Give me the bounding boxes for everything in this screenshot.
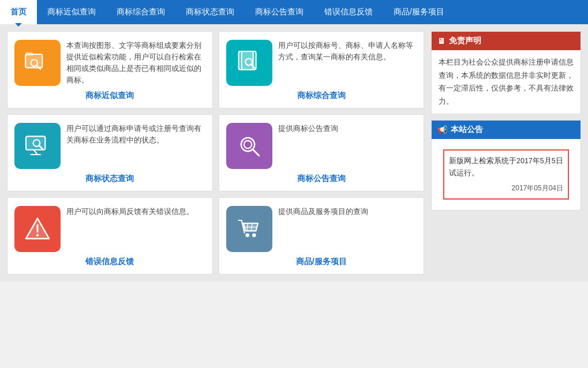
monitor-icon: 🖥 xyxy=(437,36,445,46)
nav-item-6[interactable]: 商品/服务项目 xyxy=(383,0,455,24)
main-content: 本查询按图形、文字等商标组成要素分别提供近似检索功能，用户可以自行检索在相同或类… xyxy=(0,24,588,281)
disclaimer-header: 🖥 免责声明 xyxy=(432,32,580,50)
search-folder-icon xyxy=(23,48,52,77)
card-error-text: 用户可以向商标局反馈有关错误信息。 xyxy=(66,206,205,217)
card-error-icon-wrap xyxy=(14,206,61,252)
card-goods-text: 提供商品及服务项目的查询 xyxy=(278,206,417,217)
warning-triangle-icon xyxy=(23,215,52,243)
notice-section: 📢 本站公告 新版网上检索系统于2017年5月5日试运行。 2017年05月04… xyxy=(431,120,581,211)
card-status-text: 用户可以通过商标申请号或注册号查询有关商标在业务流程中的状态。 xyxy=(66,123,205,146)
right-sidebar: 🖥 免责声明 本栏目为社会公众提供商标注册申请信息查询，本系统的数据信息并非实时… xyxy=(431,31,581,275)
svg-rect-1 xyxy=(25,52,33,56)
card-comprehensive-icon-wrap xyxy=(226,40,272,86)
card-announcement[interactable]: 提供商标公告查询 商标公告查询 xyxy=(219,114,425,191)
notice-header: 📢 本站公告 xyxy=(432,121,580,139)
monitor-search-icon xyxy=(23,132,52,160)
cart-icon xyxy=(235,215,264,243)
card-error[interactable]: 用户可以向商标局反馈有关错误信息。 错误信息反馈 xyxy=(7,197,213,275)
left-grid: 本查询按图形、文字等商标组成要素分别提供近似检索功能，用户可以自行检索在相同或类… xyxy=(7,31,424,275)
nav-bar: 首页商标近似查询商标综合查询商标状态查询商标公告查询错误信息反馈商品/服务项目 xyxy=(0,0,588,24)
notice-date: 2017年05月04日 xyxy=(449,182,563,194)
svg-point-25 xyxy=(245,234,249,238)
grid-row-2: 用户可以通过商标申请号或注册号查询有关商标在业务流程中的状态。 商标状态查询 提… xyxy=(7,114,424,191)
card-similar-text: 本查询按图形、文字等商标组成要素分别提供近似检索功能，用户可以自行检索在相同或类… xyxy=(66,40,205,86)
card-similar[interactable]: 本查询按图形、文字等商标组成要素分别提供近似检索功能，用户可以自行检索在相同或类… xyxy=(7,31,213,108)
speaker-icon: 📢 xyxy=(437,125,447,134)
grid-row-3: 用户可以向商标局反馈有关错误信息。 错误信息反馈 xyxy=(7,197,424,275)
search-doc-icon xyxy=(235,48,264,77)
card-similar-title: 商标近似查询 xyxy=(14,91,205,101)
svg-rect-8 xyxy=(26,136,45,149)
nav-item-3[interactable]: 商标状态查询 xyxy=(175,0,245,24)
disclaimer-section: 🖥 免责声明 本栏目为社会公众提供商标注册申请信息查询，本系统的数据信息并非实时… xyxy=(431,31,581,114)
notice-body: 新版网上检索系统于2017年5月5日试运行。 2017年05月04日 xyxy=(432,139,580,210)
nav-item-2[interactable]: 商标综合查询 xyxy=(106,0,175,24)
card-goods[interactable]: 提供商品及服务项目的查询 商品/服务项目 xyxy=(219,197,425,275)
card-announcement-text: 提供商标公告查询 xyxy=(278,123,417,134)
main-nav: 首页商标近似查询商标综合查询商标状态查询商标公告查询错误信息反馈商品/服务项目 xyxy=(0,0,588,24)
search-magnify-icon xyxy=(235,132,264,160)
svg-point-26 xyxy=(252,234,256,238)
nav-item-5[interactable]: 错误信息反馈 xyxy=(314,0,383,24)
card-status[interactable]: 用户可以通过商标申请号或注册号查询有关商标在业务流程中的状态。 商标状态查询 xyxy=(7,114,213,191)
card-comprehensive[interactable]: 用户可以按商标号、商标、申请人名称等方式，查询某一商标的有关信息。 商标综合查询 xyxy=(219,31,425,108)
card-goods-title: 商品/服务项目 xyxy=(226,257,417,267)
card-comprehensive-text: 用户可以按商标号、商标、申请人名称等方式，查询某一商标的有关信息。 xyxy=(278,40,417,63)
card-status-title: 商标状态查询 xyxy=(14,174,205,184)
notice-header-label: 本站公告 xyxy=(451,125,483,135)
disclaimer-body: 本栏目为社会公众提供商标注册申请信息查询，本系统的数据信息并非实时更新，有一定滞… xyxy=(432,50,580,114)
card-announcement-title: 商标公告查询 xyxy=(226,174,417,184)
svg-point-19 xyxy=(36,234,39,236)
card-announcement-icon-wrap xyxy=(226,123,272,169)
card-comprehensive-title: 商标综合查询 xyxy=(226,91,417,101)
card-similar-icon-wrap xyxy=(14,40,61,86)
svg-line-16 xyxy=(252,149,259,156)
nav-item-0[interactable]: 首页 xyxy=(0,0,37,24)
svg-point-15 xyxy=(244,141,251,148)
notice-item: 新版网上检索系统于2017年5月5日试运行。 2017年05月04日 xyxy=(443,149,569,200)
nav-item-1[interactable]: 商标近似查询 xyxy=(37,0,106,24)
card-status-icon-wrap xyxy=(14,123,61,169)
nav-item-4[interactable]: 商标公告查询 xyxy=(245,0,314,24)
grid-row-1: 本查询按图形、文字等商标组成要素分别提供近似检索功能，用户可以自行检索在相同或类… xyxy=(7,31,424,108)
notice-text: 新版网上检索系统于2017年5月5日试运行。 xyxy=(449,155,563,180)
card-goods-icon-wrap xyxy=(226,206,272,252)
card-error-title: 错误信息反馈 xyxy=(14,257,205,267)
disclaimer-header-label: 免责声明 xyxy=(449,36,481,46)
